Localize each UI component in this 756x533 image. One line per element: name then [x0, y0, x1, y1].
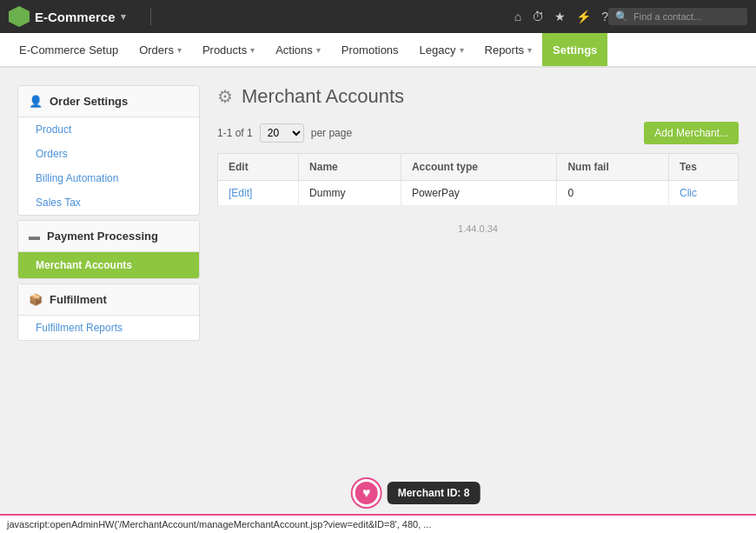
chevron-down-icon: ▾ [316, 45, 321, 55]
table-controls: 1-1 of 1 20 50 100 per page Add Merchant… [217, 122, 739, 144]
add-merchant-button[interactable]: Add Merchant... [644, 122, 739, 144]
col-header-edit: Edit [218, 154, 299, 181]
sidebar-section-header-payment-processing[interactable]: ▬ Payment Processing [18, 221, 199, 252]
table-controls-left: 1-1 of 1 20 50 100 per page [217, 123, 352, 143]
cell-num-fail: 0 [557, 181, 669, 206]
cell-account-type: PowerPay [401, 181, 557, 206]
nav-item-legacy[interactable]: Legacy ▾ [409, 33, 474, 66]
search-bar[interactable]: 🔍 Find a contact... [608, 8, 747, 25]
edit-link[interactable]: [Edit] [229, 187, 252, 199]
chevron-down-icon: ▾ [250, 45, 255, 55]
version-text: 1.44.0.34 [217, 223, 739, 234]
box-icon: 📦 [29, 293, 43, 306]
cell-name: Dummy [299, 181, 401, 206]
sidebar: 👤 Order Settings Product Orders Billing … [17, 85, 200, 485]
table-row: [Edit] Dummy PowerPay 0 Clic [218, 181, 739, 206]
question-icon[interactable]: ? [601, 10, 608, 23]
clock-icon[interactable]: ⏱ [532, 10, 544, 23]
logo-icon [9, 6, 30, 27]
table-header-row: Edit Name Account type Num fail Tes [218, 154, 739, 181]
sidebar-item-billing-automation[interactable]: Billing Automation [18, 166, 199, 190]
merchant-accounts-table: Edit Name Account type Num fail Tes [Edi… [217, 153, 739, 206]
sidebar-item-merchant-accounts[interactable]: Merchant Accounts [18, 252, 199, 278]
sidebar-item-sales-tax[interactable]: Sales Tax [18, 190, 199, 215]
tooltip-container: ♥ Merchant ID: 8 [353, 479, 481, 503]
sidebar-item-product[interactable]: Product [18, 117, 199, 142]
sidebar-section-payment-processing: ▬ Payment Processing Merchant Accounts [17, 220, 200, 279]
star-icon[interactable]: ★ [554, 10, 566, 23]
home-icon[interactable]: ⌂ [514, 10, 521, 23]
pagination-info: 1-1 of 1 [217, 127, 253, 139]
nav-item-products[interactable]: Products ▾ [192, 33, 265, 66]
col-header-test: Tes [669, 154, 739, 181]
nav-item-orders[interactable]: Orders ▾ [129, 33, 192, 66]
content-area: ⚙ Merchant Accounts 1-1 of 1 20 50 100 p… [217, 85, 739, 485]
top-bar: E-Commerce ▾ ⌂ ⏱ ★ ⚡ ? 🔍 Find a contact.… [0, 0, 756, 33]
gear-icon: ⚙ [217, 86, 233, 107]
per-page-label: per page [311, 127, 352, 139]
col-header-name: Name [299, 154, 401, 181]
tooltip-bubble: Merchant ID: 8 [388, 482, 481, 503]
top-bar-icons: ⌂ ⏱ ★ ⚡ ? [514, 10, 608, 23]
sidebar-section-fulfillment: 📦 Fulfillment Fulfillment Reports [17, 283, 200, 341]
app-logo[interactable]: E-Commerce ▾ [9, 6, 126, 27]
logo-dropdown-icon[interactable]: ▾ [121, 11, 126, 23]
people-icon[interactable]: ⚡ [576, 10, 591, 23]
cell-test: Clic [669, 181, 739, 206]
search-icon: 🔍 [615, 10, 628, 23]
sidebar-item-orders[interactable]: Orders [18, 142, 199, 166]
card-icon: ▬ [29, 230, 40, 243]
app-title: E-Commerce [35, 10, 116, 24]
sidebar-section-header-order-settings[interactable]: 👤 Order Settings [18, 86, 199, 117]
col-header-num-fail: Num fail [557, 154, 669, 181]
chevron-down-icon: ▾ [460, 45, 464, 55]
chevron-down-icon: ▾ [527, 45, 532, 55]
divider [150, 8, 151, 25]
nav-item-ecommerce-setup[interactable]: E-Commerce Setup [9, 33, 129, 66]
search-placeholder: Find a contact... [633, 11, 701, 22]
nav-item-reports[interactable]: Reports ▾ [474, 33, 543, 66]
test-link[interactable]: Clic [680, 187, 697, 199]
main-content: 👤 Order Settings Product Orders Billing … [0, 68, 756, 503]
nav-item-actions[interactable]: Actions ▾ [265, 33, 331, 66]
per-page-select[interactable]: 20 50 100 [260, 123, 304, 143]
sidebar-section-header-fulfillment[interactable]: 📦 Fulfillment [18, 284, 199, 316]
sidebar-item-fulfillment-reports[interactable]: Fulfillment Reports [18, 316, 199, 340]
sidebar-section-order-settings: 👤 Order Settings Product Orders Billing … [17, 85, 200, 216]
nav-item-promotions[interactable]: Promotions [331, 33, 409, 66]
nav-item-settings[interactable]: Settings [542, 33, 607, 66]
tooltip-heart-icon: ♥ [353, 479, 381, 503]
chevron-down-icon: ▾ [177, 45, 182, 55]
col-header-account-type: Account type [401, 154, 557, 181]
user-settings-icon: 👤 [29, 95, 43, 108]
page-title: ⚙ Merchant Accounts [217, 85, 739, 108]
cell-edit: [Edit] [218, 181, 299, 206]
nav-bar: E-Commerce Setup Orders ▾ Products ▾ Act… [0, 33, 756, 68]
